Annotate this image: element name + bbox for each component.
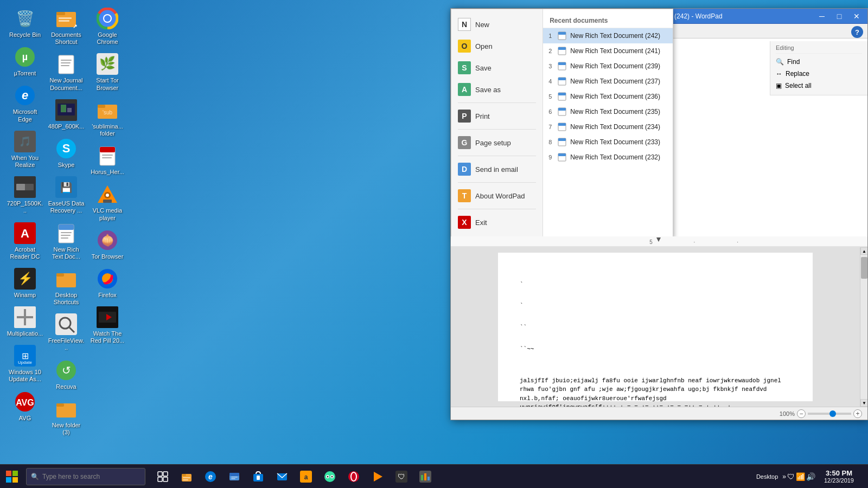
find-button[interactable]: 🔍 Find: [776, 56, 862, 68]
recent-doc-7[interactable]: 7 New Rich Text Document (234): [543, 119, 673, 134]
menu-page-setup[interactable]: G Page setup: [451, 132, 542, 153]
zoom-out-btn[interactable]: −: [797, 409, 806, 418]
menu-exit[interactable]: X Exit: [451, 211, 542, 233]
svg-rect-118: [257, 476, 260, 480]
icon-vlc[interactable]: VLC media player: [87, 180, 128, 224]
recent-doc-6[interactable]: 6 New Rich Text Document (235): [543, 104, 673, 119]
icon-msedge[interactable]: e Microsoft Edge: [4, 81, 46, 126]
icon-new-journal[interactable]: New Journal Document...: [46, 50, 87, 94]
svg-rect-101: [6, 477, 11, 483]
document-content-area[interactable]: ` ` `` ``~~ jalsjfIf jbuio;eijawlj fa8fu…: [451, 247, 867, 407]
recent-doc-9[interactable]: 9 New Rich Text Document (232): [543, 150, 673, 165]
icon-acrobat[interactable]: A Acrobat Reader DC: [4, 219, 46, 264]
recent-doc-1[interactable]: 1 New Rich Text Document (242): [543, 28, 673, 43]
task-view-btn[interactable]: [152, 465, 174, 489]
replace-button[interactable]: ↔ Replace: [776, 68, 862, 80]
document-scroll-area[interactable]: ` ` `` ``~~ jalsjfIf jbuio;eijawlj fa8fu…: [451, 247, 860, 407]
icon-documents-shortcut[interactable]: ↗ Documents Shortcut: [46, 4, 87, 49]
menu-about[interactable]: T About WordPad: [451, 185, 542, 207]
menu-print[interactable]: P Print: [451, 105, 542, 127]
recent-doc-8[interactable]: 8 New Rich Text Document (233): [543, 134, 673, 150]
icon-easeus[interactable]: 💾 EaseUS Data Recovery ...: [46, 173, 87, 217]
icon-desktop-shortcuts[interactable]: Desktop Shortcuts: [46, 265, 87, 309]
svg-text:AVG: AVG: [16, 398, 34, 407]
icon-utorrent[interactable]: µ µTorrent: [4, 43, 46, 80]
menu-save[interactable]: S Save: [451, 57, 542, 79]
icon-freefileview[interactable]: FreeFileView...: [46, 310, 87, 355]
menu-send-email[interactable]: D Send in email: [451, 158, 542, 180]
icon-windows10[interactable]: ⊞ Update Windows 10 Update As...: [4, 342, 46, 386]
media-player-btn[interactable]: [367, 465, 388, 489]
icon-watch-red-pill[interactable]: Watch The Red Pill 20...: [87, 303, 128, 348]
edge-taskbar-btn[interactable]: e: [200, 465, 221, 489]
svg-rect-44: [56, 273, 64, 277]
clock-date: 12/23/2019: [824, 477, 854, 484]
ruler: 5 · ·: [451, 236, 867, 247]
recent-doc-4[interactable]: 4 New Rich Text Document (237): [543, 74, 673, 89]
windows-explorer-btn[interactable]: [224, 465, 245, 489]
amazon-btn[interactable]: a: [295, 465, 317, 489]
svg-rect-23: [59, 17, 72, 19]
document-page[interactable]: ` ` `` ``~~ jalsjfIf jbuio;eijawlj fa8fu…: [498, 253, 813, 401]
store-btn[interactable]: [247, 465, 269, 489]
start-button[interactable]: [0, 465, 24, 489]
mail-btn[interactable]: [271, 465, 293, 489]
minimize-button[interactable]: ─: [814, 10, 829, 22]
icon-firefox[interactable]: Firefox: [87, 265, 128, 302]
svg-rect-134: [424, 473, 426, 480]
select-all-button[interactable]: ▣ Select all: [776, 80, 862, 92]
icon-recycle-bin[interactable]: 🗑️ Recycle Bin: [4, 4, 46, 42]
file-explorer-btn[interactable]: [176, 465, 197, 489]
wordpad-window: 💾 ↩ ↪ ▼ New Rich Text Document (242) - W…: [450, 8, 868, 420]
security-tray-icon[interactable]: 🛡: [787, 472, 795, 481]
zoom-in-btn[interactable]: +: [853, 409, 862, 418]
volume-icon[interactable]: 🔊: [806, 472, 815, 481]
menu-save-as[interactable]: A Save as: [451, 79, 542, 100]
icon-winamp[interactable]: ⚡ Winamp: [4, 265, 46, 302]
icon-480p[interactable]: 480P_600K...: [46, 96, 87, 133]
icon-tor-browser[interactable]: 🧅 Tor Browser: [87, 226, 128, 264]
icon-subliminal[interactable]: 'sub 'sublimina... folder: [87, 96, 128, 140]
icon-avast[interactable]: AVG AVG: [4, 388, 46, 425]
icon-google-chrome[interactable]: Google Chrome: [87, 4, 128, 49]
icon-horus-heru[interactable]: Horus_Her...: [87, 142, 128, 179]
windows-security-btn[interactable]: 🛡: [391, 465, 412, 489]
task-manager-btn[interactable]: [414, 465, 436, 489]
system-clock[interactable]: 3:50 PM 12/23/2019: [820, 469, 858, 484]
svg-rect-102: [12, 477, 18, 483]
maximize-button[interactable]: □: [832, 10, 847, 22]
show-desktop-btn[interactable]: [860, 465, 864, 489]
menu-new[interactable]: N New: [451, 14, 542, 35]
scroll-down-btn[interactable]: ▼: [860, 399, 867, 407]
scroll-track[interactable]: [860, 255, 867, 399]
opera-btn[interactable]: [343, 465, 365, 489]
notifications-expand[interactable]: »: [782, 473, 786, 480]
zoom-slider[interactable]: [808, 413, 851, 415]
recent-doc-2[interactable]: 2 New Rich Text Document (241): [543, 43, 673, 59]
recent-doc-3[interactable]: 3 New Rich Text Document (239): [543, 59, 673, 74]
icon-720p[interactable]: 720P_1500K...: [4, 173, 46, 217]
svg-text:e: e: [208, 472, 213, 481]
help-button[interactable]: ?: [851, 26, 863, 38]
menu-open[interactable]: O Open: [451, 35, 542, 57]
icon-when-you-realize[interactable]: 🎵 When You Realize: [4, 127, 46, 172]
recent-doc-5[interactable]: 5 New Rich Text Document (236): [543, 89, 673, 104]
network-icon[interactable]: 📶: [796, 472, 805, 481]
search-icon: 🔍: [31, 473, 39, 480]
icon-new-rich-text[interactable]: New Rich Text Doc...: [46, 219, 87, 264]
icon-multiplication[interactable]: Multiplicatio...: [4, 303, 46, 341]
icon-skype[interactable]: S Skype: [46, 134, 87, 172]
icon-start-tor[interactable]: 🌿 Start Tor Browser: [87, 50, 128, 94]
scroll-thumb[interactable]: [861, 257, 867, 279]
save-as-file-icon: A: [458, 83, 471, 96]
tripadvisor-btn[interactable]: [319, 465, 341, 489]
vertical-scrollbar[interactable]: ▲ ▼: [860, 247, 867, 407]
close-button[interactable]: ✕: [849, 10, 864, 22]
save-file-icon: S: [458, 61, 471, 74]
icon-recuva[interactable]: ↺ Recuva: [46, 356, 87, 394]
scroll-up-btn[interactable]: ▲: [860, 247, 867, 255]
icon-new-folder[interactable]: New folder (3): [46, 395, 87, 439]
taskbar-search-box[interactable]: 🔍 Type here to search: [26, 468, 145, 485]
desktop-label[interactable]: Desktop: [756, 473, 778, 480]
doc-line-5: [520, 312, 791, 323]
